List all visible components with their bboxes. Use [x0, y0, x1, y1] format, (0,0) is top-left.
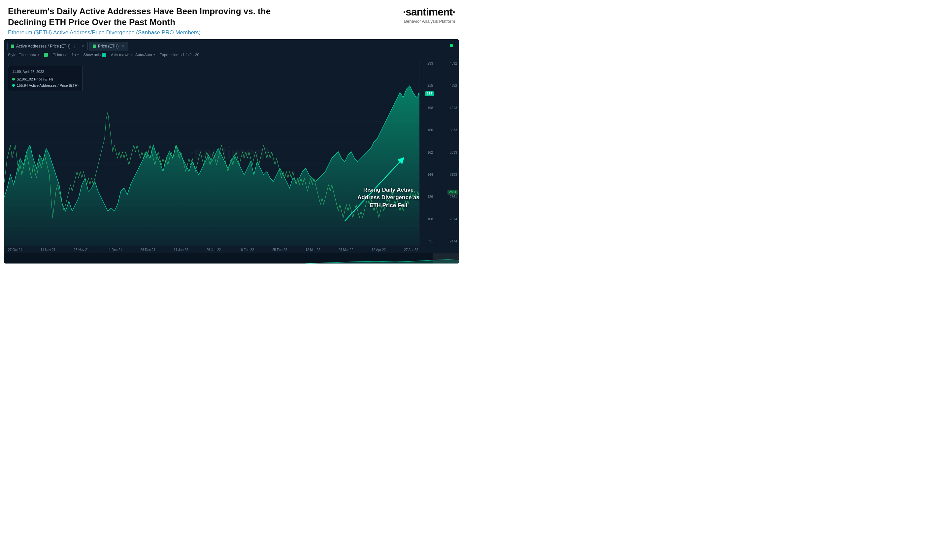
y-left-3: 180 [421, 128, 435, 132]
x-11: 12 Apr 22 [372, 248, 386, 252]
chart-tabs: Active Addresses / Price (ETH) ⋮ ✕ Price… [4, 39, 459, 50]
tab-close-active[interactable]: ✕ [81, 44, 84, 48]
y-left-6: 126 [421, 195, 435, 199]
x-8: 25 Feb 22 [272, 248, 287, 252]
show-axis-checkbox[interactable]: ✓ [102, 53, 106, 57]
y-right-5: 3193 [435, 173, 459, 177]
y-right-8: 2174 [435, 240, 459, 243]
chart-main-area: 11:00, April 27, 2022 $2,861.02 Price (E… [4, 59, 459, 246]
active-current-badge: 155 [425, 91, 434, 96]
x-0: 27 Oct 21 [8, 248, 22, 252]
x-9: 12 Mar 22 [305, 248, 320, 252]
tooltip-active-dot [12, 84, 15, 87]
x-1: 11 Nov 21 [41, 248, 56, 252]
tooltip-active-row: 155.94 Active Addresses / Price (ETH) [12, 83, 79, 89]
y-left-1: 215 [421, 84, 435, 88]
x-10: 28 Mar 22 [339, 248, 353, 252]
color-picker[interactable] [44, 53, 48, 57]
y-right-7: 2514 [435, 218, 459, 221]
sub-title: Ethereum ($ETH) Active Address/Price Div… [8, 29, 395, 36]
logo-area: ·santiment· Behavior Analysis Platform [403, 6, 455, 24]
active-area-fill [4, 86, 419, 246]
x-2: 26 Nov 21 [74, 248, 89, 252]
tab-menu-dots[interactable]: ⋮ [73, 44, 77, 48]
tab-close-price[interactable]: ✕ [122, 44, 125, 48]
x-6: 26 Jan 22 [206, 248, 221, 252]
chart-toolbar: Style: Filled area ▾ ⊟ Interval: 1h ▾ Sh… [4, 50, 459, 59]
x-3: 11 Dec 21 [107, 248, 122, 252]
tab-color-active [11, 45, 14, 48]
price-current-badge: 2861 [448, 190, 458, 195]
axis-range-selector[interactable]: Axis max/min: Auto/Auto ▾ [111, 53, 155, 57]
y-right-4: 3533 [435, 151, 459, 154]
annotation-label: Rising Daily ActiveAddress Divergence as… [357, 187, 419, 209]
y-right-1: 4552 [435, 84, 459, 88]
minimap-area [4, 260, 459, 264]
tooltip-price-value: $2,861.02 Price (ETH) [17, 76, 53, 83]
interval-icon: ⊟ [53, 53, 56, 57]
y-left-5: 144 [421, 173, 435, 177]
interval-label: Interval: 1h [57, 53, 76, 57]
minimap-handle[interactable] [433, 253, 459, 264]
tab-active-addresses[interactable]: Active Addresses / Price (ETH) ⋮ ✕ [7, 42, 88, 50]
chart-tooltip: 11:00, April 27, 2022 $2,861.02 Price (E… [8, 66, 83, 91]
interval-selector[interactable]: ⊟ Interval: 1h ▾ [53, 53, 79, 57]
y-right-2: 4213 [435, 107, 459, 110]
y-axis-right: 4892 4552 4213 3873 3533 3193 2861 2514 … [435, 59, 459, 246]
header-left: Ethereum's Daily Active Addresses Have B… [8, 6, 395, 36]
page-wrapper: Ethereum's Daily Active Addresses Have B… [0, 0, 463, 264]
tooltip-active-value: 155.94 Active Addresses / Price (ETH) [17, 83, 79, 89]
x-7: 10 Feb 22 [239, 248, 254, 252]
expression-label: Expression: x1 / x2 - 20 [160, 53, 199, 57]
chart-container: Active Addresses / Price (ETH) ⋮ ✕ Price… [4, 39, 459, 264]
y-left-4: 162 [421, 151, 435, 154]
y-left-7: 108 [421, 218, 435, 221]
chart-minimap[interactable] [4, 253, 459, 264]
show-axis-toggle[interactable]: Show axis ✓ [83, 53, 106, 57]
style-label: Style: Filled area [8, 53, 36, 57]
x-12: 27 Apr 22 [404, 248, 418, 252]
tooltip-price-dot [12, 78, 15, 80]
style-chevron: ▾ [38, 53, 39, 56]
y-right-6: 2861 [435, 195, 459, 199]
x-4: 26 Dec 21 [140, 248, 156, 252]
style-selector[interactable]: Style: Filled area ▾ [8, 53, 39, 57]
tooltip-date: 11:00, April 27, 2022 [12, 69, 79, 75]
tab-label-active: Active Addresses / Price (ETH) [16, 44, 71, 48]
tab-label-price: Price (ETH) [98, 44, 119, 48]
y-left-8: 91 [421, 240, 435, 243]
live-indicator [450, 44, 453, 47]
y-left-2: 198 [421, 107, 435, 110]
annotation-text: Rising Daily ActiveAddress Divergence as… [357, 186, 419, 210]
y-right-3: 3873 [435, 128, 459, 132]
y-right-0: 4892 [435, 62, 459, 65]
logo-subtitle: Behavior Analysis Platform [404, 19, 455, 24]
main-title: Ethereum's Daily Active Addresses Have B… [8, 6, 278, 27]
expression-display: Expression: x1 / x2 - 20 [160, 53, 199, 57]
minimap-svg [4, 253, 459, 264]
logo-text: ·santiment· [403, 6, 455, 18]
tab-price[interactable]: Price (ETH) ✕ [89, 42, 129, 50]
tooltip-price-row: $2,861.02 Price (ETH) [12, 76, 79, 83]
tab-color-price [93, 45, 96, 48]
show-axis-label: Show axis [83, 53, 101, 57]
axis-range-label: Axis max/min: Auto/Auto [111, 53, 152, 57]
x-5: 11 Jan 22 [174, 248, 188, 252]
axis-chevron: ▾ [153, 53, 155, 56]
interval-chevron: ▾ [77, 53, 79, 56]
x-axis: 27 Oct 21 11 Nov 21 26 Nov 21 11 Dec 21 … [4, 246, 459, 253]
y-axis-left: 233 215 198 180 162 144 126 108 91 [421, 59, 435, 246]
y-left-0: 233 [421, 62, 435, 65]
page-header: Ethereum's Daily Active Addresses Have B… [0, 0, 463, 39]
